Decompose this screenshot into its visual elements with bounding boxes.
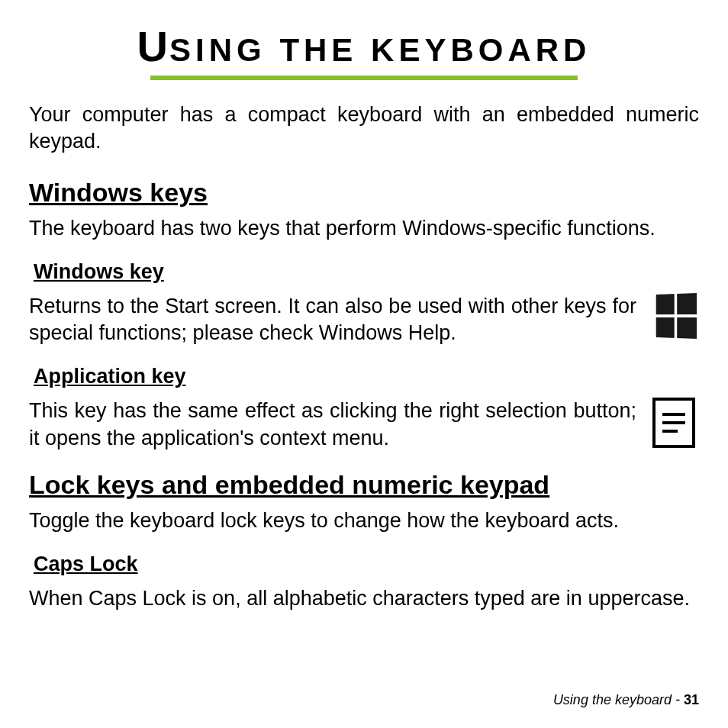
footer-chapter: Using the keyboard - <box>553 692 684 707</box>
page-title: USING THE KEYBOARD <box>137 21 591 71</box>
subheading-caps-lock: Caps Lock <box>34 552 699 576</box>
subheading-windows-key: Windows key <box>34 260 699 284</box>
title-rest: SING THE KEYBOARD <box>169 32 591 68</box>
text-caps-lock: When Caps Lock is on, all alphabetic cha… <box>29 585 699 612</box>
footer-page-number: 31 <box>684 692 699 707</box>
section-heading-windows-keys: Windows keys <box>29 178 699 208</box>
subheading-application-key: Application key <box>34 365 699 388</box>
title-block: USING THE KEYBOARD <box>29 21 699 80</box>
application-key-icon <box>649 398 699 448</box>
windows-logo-icon <box>649 293 699 339</box>
page-footer: Using the keyboard - 31 <box>553 692 699 708</box>
section-heading-lock-keys: Lock keys and embedded numeric keypad <box>29 470 699 500</box>
row-application-key: This key has the same effect as clicking… <box>29 398 699 451</box>
row-windows-key: Returns to the Start screen. It can also… <box>29 293 699 346</box>
title-underline <box>150 76 578 80</box>
text-windows-key: Returns to the Start screen. It can also… <box>29 293 636 346</box>
section-desc-lock-keys: Toggle the keyboard lock keys to change … <box>29 507 699 534</box>
text-application-key: This key has the same effect as clicking… <box>29 398 636 451</box>
intro-paragraph: Your computer has a compact keyboard wit… <box>29 101 699 155</box>
section-desc-windows-keys: The keyboard has two keys that perform W… <box>29 215 699 242</box>
title-initial: U <box>137 22 169 70</box>
document-page: USING THE KEYBOARD Your computer has a c… <box>0 0 728 728</box>
